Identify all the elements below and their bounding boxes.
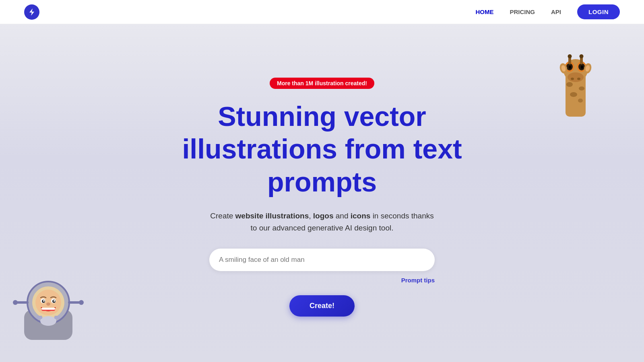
login-button[interactable]: LOGIN (577, 4, 620, 19)
svg-point-42 (40, 316, 56, 326)
logo-icon (24, 4, 39, 20)
logo[interactable] (24, 4, 39, 20)
nav-links: HOME PRICING API LOGIN (475, 4, 620, 19)
nav-api[interactable]: API (551, 8, 561, 15)
svg-point-17 (579, 86, 584, 90)
prompt-input[interactable] (209, 249, 435, 271)
svg-marker-0 (29, 8, 34, 16)
nav-home[interactable]: HOME (475, 8, 493, 15)
prompt-tips-link[interactable]: Prompt tips (401, 277, 435, 284)
svg-point-5 (577, 78, 580, 80)
svg-point-10 (569, 66, 571, 69)
svg-point-3 (568, 72, 584, 82)
svg-rect-36 (41, 308, 55, 310)
svg-point-14 (568, 54, 572, 58)
svg-rect-44 (54, 316, 60, 319)
navbar: HOME PRICING API LOGIN (0, 0, 644, 24)
svg-point-4 (571, 78, 574, 80)
svg-point-19 (578, 99, 583, 103)
svg-point-34 (46, 302, 50, 306)
hero-section: More than 1M illustration created! Stunn… (0, 24, 644, 362)
svg-point-16 (566, 82, 573, 87)
svg-rect-43 (36, 316, 42, 319)
svg-point-33 (54, 300, 55, 302)
prompt-tips-container: Prompt tips (209, 277, 435, 284)
badge: More than 1M illustration created! (270, 78, 374, 89)
svg-point-32 (43, 300, 45, 302)
svg-point-15 (580, 54, 584, 58)
hero-subtitle: Create website illustrations, logos and … (209, 210, 435, 234)
hero-title: Stunning vector illustrations from text … (182, 100, 462, 199)
search-container (209, 249, 435, 271)
svg-point-41 (79, 300, 84, 305)
svg-point-18 (570, 92, 577, 97)
svg-point-39 (13, 300, 18, 305)
create-button[interactable]: Create! (289, 295, 355, 317)
svg-point-11 (581, 66, 583, 69)
giraffe-illustration (547, 48, 604, 129)
astronaut-illustration (12, 274, 85, 346)
nav-pricing[interactable]: PRICING (510, 8, 535, 15)
